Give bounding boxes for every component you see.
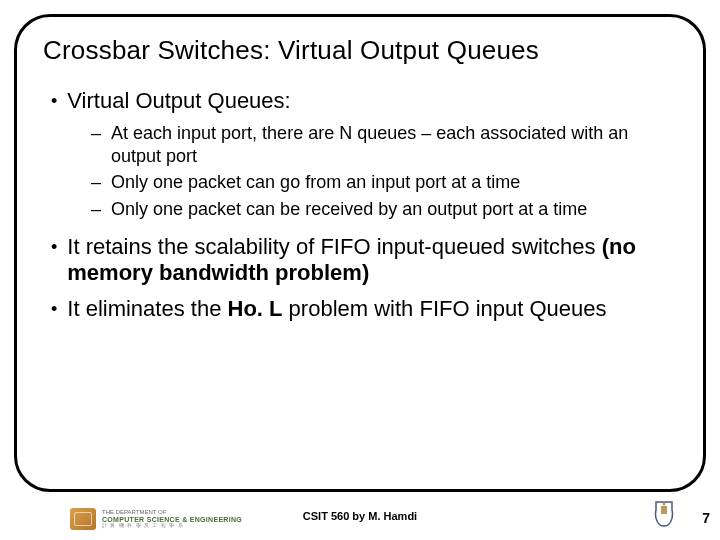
sub-bullet-text: Only one packet can go from an input por… (111, 171, 520, 194)
bullet-dot-icon: • (51, 296, 57, 322)
sub-bullet: – Only one packet can be received by an … (91, 198, 677, 221)
svg-point-1 (663, 503, 666, 506)
dash-icon: – (91, 171, 101, 194)
bullet-hol: • It eliminates the Ho. L problem with F… (51, 296, 677, 322)
bullet-scalability: • It retains the scalability of FIFO inp… (51, 234, 677, 286)
sub-bullet-text: At each input port, there are N queues –… (111, 122, 677, 167)
sub-bullet-group: – At each input port, there are N queues… (43, 122, 677, 220)
slide-frame: Crossbar Switches: Virtual Output Queues… (14, 14, 706, 492)
bullet-dot-icon: • (51, 234, 57, 286)
dash-icon: – (91, 122, 101, 167)
bullet-text: It eliminates the Ho. L problem with FIF… (67, 296, 606, 322)
dash-icon: – (91, 198, 101, 221)
slide-footer: THE DEPARTMENT OF COMPUTER SCIENCE & ENG… (0, 494, 720, 536)
university-crest-icon (652, 500, 676, 530)
dept-logo: THE DEPARTMENT OF COMPUTER SCIENCE & ENG… (70, 508, 242, 530)
text-segment: problem with FIFO input Queues (283, 296, 607, 321)
svg-rect-0 (661, 506, 667, 514)
text-segment: It eliminates the (67, 296, 227, 321)
sub-bullet: – At each input port, there are N queues… (91, 122, 677, 167)
dept-line: THE DEPARTMENT OF (102, 509, 242, 516)
sub-bullet-text: Only one packet can be received by an ou… (111, 198, 587, 221)
bullet-voq: • Virtual Output Queues: (51, 88, 677, 114)
sub-bullet: – Only one packet can go from an input p… (91, 171, 677, 194)
bullet-text: Virtual Output Queues: (67, 88, 290, 114)
text-segment: It retains the scalability of FIFO input… (67, 234, 601, 259)
footer-course-label: CSIT 560 by M. Hamdi (303, 510, 417, 522)
dept-text: THE DEPARTMENT OF COMPUTER SCIENCE & ENG… (102, 509, 242, 529)
slide-title: Crossbar Switches: Virtual Output Queues (43, 35, 677, 66)
page-number: 7 (702, 510, 710, 526)
chip-icon (70, 508, 96, 530)
bullet-dot-icon: • (51, 88, 57, 114)
bullet-text: It retains the scalability of FIFO input… (67, 234, 677, 286)
text-bold-segment: Ho. L (228, 296, 283, 321)
dept-line: 計 算 機 科 學 及 工 程 學 系 (102, 523, 242, 529)
